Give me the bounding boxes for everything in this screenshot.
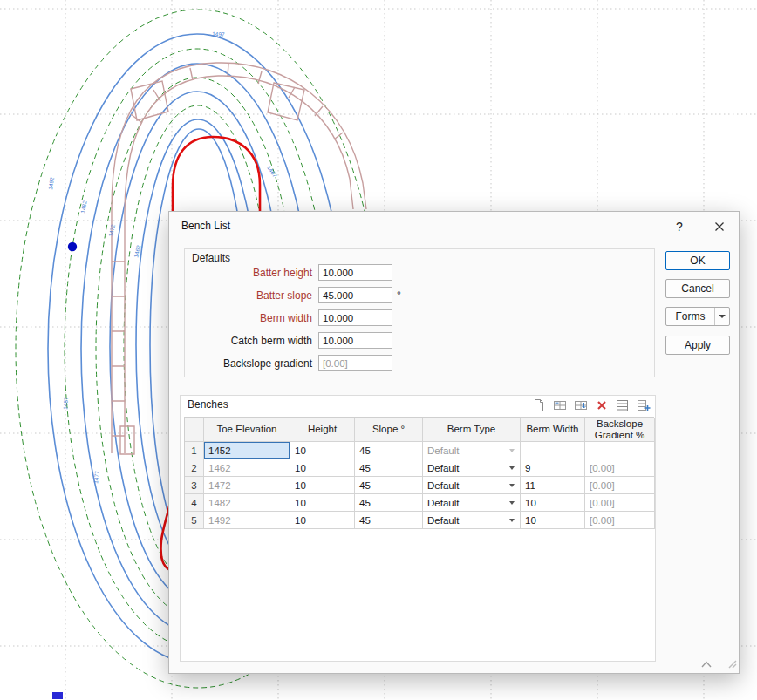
berm-width-cell[interactable]: 11 bbox=[521, 477, 585, 494]
row-number[interactable]: 4 bbox=[185, 494, 204, 512]
defaults-group: Defaults Batter height Batter slope ° Be… bbox=[184, 248, 655, 377]
toe-elevation-cell[interactable]: 1482 bbox=[204, 494, 290, 512]
slope-cell[interactable]: 45 bbox=[355, 477, 423, 494]
grid-options-icon[interactable] bbox=[615, 398, 630, 412]
col-header-height: Height bbox=[290, 418, 355, 442]
berm-width-row: Berm width bbox=[185, 309, 654, 326]
berm-width-cell[interactable]: 9 bbox=[521, 459, 585, 477]
batter-height-label: Batter height bbox=[185, 267, 312, 279]
batter-slope-label: Batter slope bbox=[185, 289, 312, 302]
toe-elevation-cell[interactable]: 1472 bbox=[204, 477, 290, 494]
forms-split-button: Forms bbox=[665, 307, 730, 326]
add-bench-icon[interactable] bbox=[636, 398, 651, 412]
backslope-cell[interactable]: [0.00] bbox=[585, 494, 655, 512]
new-bench-icon[interactable] bbox=[531, 398, 546, 412]
berm-width-cell[interactable]: 10 bbox=[521, 494, 585, 512]
benches-group: Benches bbox=[180, 395, 656, 662]
backslope-cell[interactable]: [0.00] bbox=[585, 477, 655, 494]
chevron-down-icon[interactable] bbox=[506, 444, 518, 458]
toe-elevation-cell[interactable]: 1462 bbox=[204, 459, 290, 477]
toe-elevation-cell[interactable]: 1492 bbox=[204, 512, 290, 529]
cancel-button[interactable]: Cancel bbox=[665, 279, 730, 298]
berm-type-value: Default bbox=[427, 480, 459, 491]
benches-toolbar bbox=[531, 398, 651, 412]
table-row: 2 1462 10 45 Default 9 [0.00] bbox=[185, 459, 654, 477]
berm-type-cell[interactable]: Default bbox=[423, 459, 521, 477]
table-row: 4 1482 10 45 Default 10 [0.00] bbox=[185, 494, 654, 512]
ok-button[interactable]: OK bbox=[665, 251, 730, 270]
dialog-title: Bench List bbox=[181, 220, 230, 232]
height-cell[interactable]: 10 bbox=[290, 477, 355, 494]
row-number[interactable]: 2 bbox=[185, 459, 204, 477]
col-header-berm-width: Berm Width bbox=[521, 418, 585, 442]
svg-text:1497: 1497 bbox=[212, 31, 225, 37]
slope-cell[interactable]: 45 bbox=[355, 459, 423, 477]
point-marker[interactable] bbox=[68, 242, 77, 251]
svg-text:1477: 1477 bbox=[92, 471, 100, 484]
toe-elevation-cell[interactable]: 1452 bbox=[204, 442, 290, 459]
application-window: 1492 1482 1472 1462 1497 1467 1487 1477 … bbox=[0, 0, 757, 700]
berm-width-cell[interactable]: 10 bbox=[521, 512, 585, 529]
col-header-rownum bbox=[185, 418, 204, 442]
height-cell[interactable]: 10 bbox=[290, 512, 355, 529]
berm-type-value: Default bbox=[427, 498, 459, 508]
chevron-down-icon[interactable] bbox=[506, 461, 518, 475]
slope-cell[interactable]: 45 bbox=[355, 512, 423, 529]
berm-type-cell[interactable]: Default bbox=[423, 477, 521, 494]
height-cell[interactable]: 10 bbox=[290, 459, 355, 477]
svg-text:1482: 1482 bbox=[79, 200, 87, 214]
berm-type-value: Default bbox=[427, 445, 459, 456]
table-header-row: Toe Elevation Height Slope ° Berm Type B… bbox=[185, 418, 654, 442]
svg-text:1472: 1472 bbox=[107, 223, 116, 237]
chevron-down-icon[interactable] bbox=[506, 496, 518, 510]
close-icon[interactable] bbox=[709, 218, 730, 235]
col-header-backslope: Backslope Gradient % bbox=[585, 418, 655, 442]
catch-berm-width-label: Catch berm width bbox=[185, 335, 312, 347]
delete-bench-icon[interactable] bbox=[594, 398, 609, 412]
berm-type-cell[interactable]: Default bbox=[423, 494, 521, 512]
batter-height-input[interactable] bbox=[318, 264, 392, 281]
berm-width-label: Berm width bbox=[185, 312, 312, 324]
help-button[interactable]: ? bbox=[669, 218, 690, 235]
batter-slope-row: Batter slope ° bbox=[185, 287, 654, 303]
col-header-berm-type: Berm Type bbox=[423, 418, 521, 442]
apply-button[interactable]: Apply bbox=[665, 336, 730, 355]
bench-list-dialog: Bench List ? Defaults Batter height Batt… bbox=[168, 211, 740, 674]
bench-table: Toe Elevation Height Slope ° Berm Type B… bbox=[184, 417, 654, 529]
batter-slope-input[interactable] bbox=[318, 287, 392, 303]
backslope-gradient-input[interactable] bbox=[318, 355, 392, 371]
table-row: 1 1452 10 45 Default bbox=[185, 442, 654, 459]
svg-text:1492: 1492 bbox=[47, 176, 55, 190]
backslope-cell[interactable]: [0.00] bbox=[585, 512, 655, 529]
backslope-cell[interactable] bbox=[585, 442, 655, 459]
slope-cell[interactable]: 45 bbox=[355, 442, 423, 459]
chevron-down-icon bbox=[719, 315, 726, 318]
svg-text:1467: 1467 bbox=[266, 165, 278, 179]
row-number[interactable]: 1 bbox=[185, 442, 204, 459]
berm-type-cell[interactable]: Default bbox=[423, 442, 521, 459]
forms-button[interactable]: Forms bbox=[666, 308, 714, 325]
insert-bench-icon[interactable] bbox=[552, 398, 567, 412]
berm-type-cell[interactable]: Default bbox=[423, 512, 521, 529]
slope-cell[interactable]: 45 bbox=[355, 494, 423, 512]
resize-grip[interactable] bbox=[726, 657, 737, 671]
chevron-down-icon[interactable] bbox=[506, 479, 518, 493]
berm-width-input[interactable] bbox=[318, 309, 392, 326]
berm-width-cell[interactable] bbox=[521, 442, 585, 459]
row-number[interactable]: 5 bbox=[185, 512, 204, 529]
chevron-down-icon[interactable] bbox=[506, 513, 518, 527]
height-cell[interactable]: 10 bbox=[290, 494, 355, 512]
defaults-legend: Defaults bbox=[192, 252, 230, 264]
svg-text:1487: 1487 bbox=[62, 397, 69, 410]
reorder-bench-icon[interactable] bbox=[573, 398, 588, 412]
height-cell[interactable]: 10 bbox=[290, 442, 355, 459]
collapse-chevron-icon[interactable] bbox=[700, 660, 713, 669]
forms-dropdown-arrow[interactable] bbox=[714, 308, 729, 325]
row-number[interactable]: 3 bbox=[185, 477, 204, 494]
backslope-gradient-row: Backslope gradient bbox=[185, 355, 654, 371]
backslope-cell[interactable]: [0.00] bbox=[585, 459, 655, 477]
catch-berm-width-input[interactable] bbox=[318, 332, 392, 349]
degrees-suffix: ° bbox=[397, 289, 401, 302]
catch-berm-width-row: Catch berm width bbox=[185, 332, 654, 349]
berm-type-value: Default bbox=[427, 463, 459, 473]
